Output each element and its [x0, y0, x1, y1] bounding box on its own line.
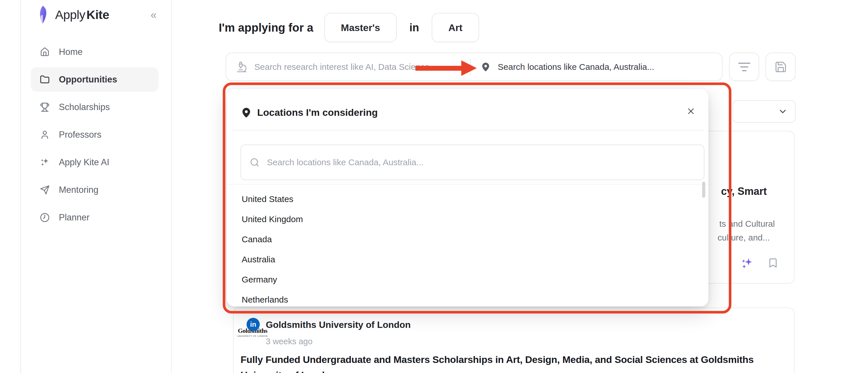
sidebar-item-home[interactable]: Home — [31, 40, 158, 64]
sort-dropdown[interactable] — [733, 100, 796, 123]
posted-timestamp: 3 weeks ago — [266, 337, 313, 346]
sparkles-icon — [40, 157, 50, 167]
filter-icon — [737, 61, 752, 73]
card-body-fragment-2: culture, and... — [718, 233, 770, 242]
degree-chip[interactable]: Master's — [324, 13, 397, 42]
sidebar-item-label: Apply Kite AI — [59, 157, 110, 168]
location-option-united-kingdom[interactable]: United Kingdom — [227, 209, 708, 229]
sidebar-item-label: Mentoring — [59, 185, 98, 195]
opportunity-headline: Fully Funded Undergraduate and Masters S… — [241, 352, 788, 373]
card-body-fragment-1: ts and Cultural — [719, 219, 775, 229]
brand-name: ApplyKite — [55, 8, 109, 22]
window-left-gutter — [0, 0, 21, 373]
sidebar-item-label: Home — [59, 47, 83, 57]
sidebar-collapse-icon[interactable]: « — [145, 6, 162, 24]
brand-name-bold: Kite — [86, 8, 109, 22]
bookmark-icon[interactable] — [768, 257, 778, 269]
sidebar-item-planner[interactable]: Planner — [31, 205, 158, 230]
send-icon — [40, 185, 50, 195]
research-interest-input[interactable] — [254, 62, 466, 72]
home-icon — [40, 47, 50, 57]
location-option-united-states[interactable]: United States — [227, 189, 708, 209]
field-chip[interactable]: Art — [432, 13, 479, 42]
sidebar-item-opportunities[interactable]: Opportunities — [31, 67, 158, 92]
microscope-icon — [236, 61, 247, 73]
location-option-canada[interactable]: Canada — [227, 229, 708, 250]
org-name: Goldsmiths University of London — [266, 320, 411, 330]
goldsmiths-logo-subline: UNIVERSITY OF LONDON — [236, 335, 269, 337]
research-search-segment — [226, 61, 470, 73]
location-option-netherlands[interactable]: Netherlands — [227, 290, 708, 306]
search-bar — [226, 53, 722, 81]
sidebar-item-label: Professors — [59, 130, 101, 140]
prompt-prefix: I'm applying for a — [219, 21, 313, 34]
trophy-icon — [40, 102, 50, 112]
kite-logo-icon — [34, 5, 51, 24]
location-pin-icon — [241, 107, 252, 118]
modal-location-search-input[interactable] — [267, 157, 691, 168]
sidebar-item-label: Opportunities — [59, 75, 117, 85]
modal-scrollbar-thumb[interactable] — [702, 182, 705, 198]
goldsmiths-opportunity-card[interactable]: Goldsmiths UNIVERSITY OF LONDON in Golds… — [233, 308, 795, 373]
sidebar-item-label: Scholarships — [59, 102, 110, 112]
sidebar-item-professors[interactable]: Professors — [31, 122, 158, 147]
clock-icon — [40, 213, 50, 223]
locations-modal: Locations I'm considering United States … — [227, 89, 708, 306]
location-option-australia[interactable]: Australia — [227, 250, 708, 269]
search-icon — [250, 157, 259, 167]
location-option-germany[interactable]: Germany — [227, 269, 708, 290]
save-icon — [774, 61, 787, 73]
location-search-segment — [471, 62, 722, 72]
card-title-fragment: cy, Smart — [721, 185, 767, 197]
ai-sparkles-icon[interactable] — [741, 257, 754, 270]
filter-button[interactable] — [729, 53, 759, 81]
sidebar-nav: Home Opportunities Scholarships Professo… — [31, 40, 158, 233]
sidebar-item-mentoring[interactable]: Mentoring — [31, 178, 158, 202]
sidebar: ApplyKite « Home Opportunities Scholarsh… — [21, 0, 172, 373]
close-icon[interactable] — [686, 106, 696, 116]
location-search-input[interactable] — [497, 62, 675, 72]
applykite-app: ApplyKite « Home Opportunities Scholarsh… — [0, 0, 868, 373]
brand-logo: ApplyKite — [34, 5, 109, 24]
prompt-connector: in — [409, 22, 419, 34]
person-icon — [40, 130, 50, 140]
brand-name-light: Apply — [55, 8, 85, 22]
modal-header-divider — [231, 130, 704, 131]
linkedin-badge-icon: in — [247, 318, 260, 331]
folder-icon — [40, 75, 50, 85]
location-pin-icon — [480, 62, 491, 72]
chevron-down-icon — [778, 107, 787, 116]
sidebar-item-scholarships[interactable]: Scholarships — [31, 95, 158, 119]
save-search-button[interactable] — [766, 53, 796, 81]
sidebar-item-label: Planner — [59, 212, 90, 223]
application-prompt: I'm applying for a Master's in Art — [219, 13, 479, 42]
location-list: United States United Kingdom Canada Aust… — [227, 184, 708, 306]
modal-title: Locations I'm considering — [257, 107, 378, 118]
modal-search-box — [241, 145, 704, 180]
sidebar-item-applykite-ai[interactable]: Apply Kite AI — [31, 150, 158, 174]
